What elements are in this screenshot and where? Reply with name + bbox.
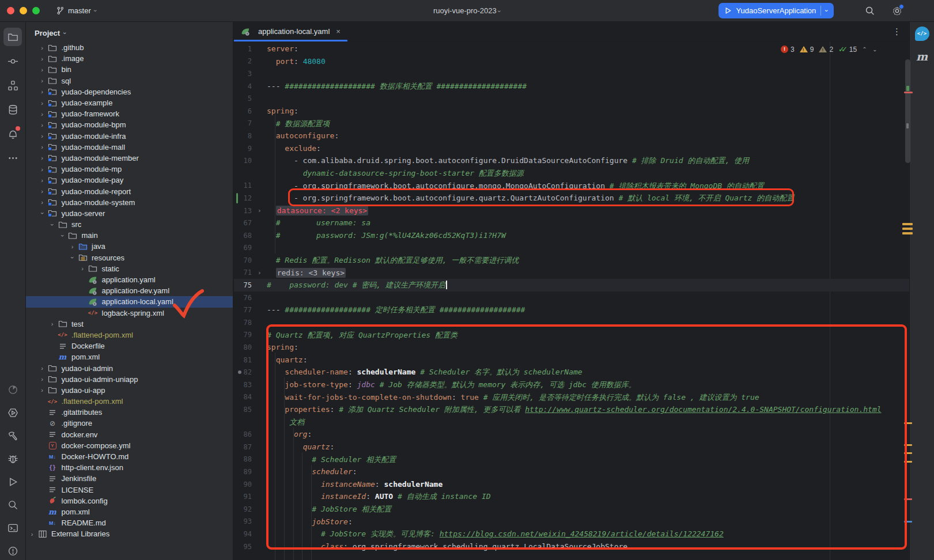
tree-item-yudao-module-infra[interactable]: ›yudao-module-infra — [26, 131, 233, 142]
code-line-91[interactable]: 91 instanceId: AUTO # 自动生成 instance ID — [234, 490, 909, 503]
code-line-71[interactable]: 71› redis: <3 keys> — [234, 267, 909, 279]
window-close-button[interactable] — [7, 7, 14, 14]
error-stripe-mark[interactable] — [904, 422, 912, 424]
chevron-collapsed-icon[interactable]: › — [47, 320, 57, 327]
code-line-75[interactable]: 75# password: dev # 密码, 建议生产环境开启 — [234, 279, 909, 292]
chevron-collapsed-icon[interactable]: › — [37, 143, 47, 150]
code-line-6[interactable]: 6spring: — [234, 105, 909, 118]
code-line-7[interactable]: 7 # 数据源配置项 — [234, 118, 909, 130]
code-line-70[interactable]: 70 # Redis 配置。Redisson 默认的配置足够使用, 一般不需要进… — [234, 254, 909, 267]
code-line-2[interactable]: 2 port: 48080 — [234, 55, 909, 68]
chevron-collapsed-icon[interactable]: › — [37, 55, 47, 62]
chevron-expanded-icon[interactable]: › — [49, 220, 56, 229]
tool-strip-button-services-icon[interactable] — [3, 403, 22, 422]
chevron-expanded-icon[interactable]: › — [39, 209, 46, 218]
error-stripe-mark[interactable] — [904, 461, 912, 463]
error-stripe-mark[interactable] — [904, 452, 912, 454]
tree-item-yudao-example[interactable]: ›yudao-example — [26, 97, 233, 108]
error-stripe-mark[interactable] — [906, 123, 909, 128]
chevron-collapsed-icon[interactable]: › — [37, 66, 47, 73]
code-line-67[interactable]: 67 # username: sa — [234, 217, 909, 229]
git-branch-widget[interactable]: master › — [56, 6, 96, 15]
code-line-13[interactable]: 13› datasource: <2 keys> — [234, 205, 909, 217]
search-everywhere-button[interactable] — [863, 4, 876, 18]
ai-assistant-icon[interactable]: </> — [915, 27, 929, 41]
error-stripe-mark[interactable] — [902, 228, 913, 230]
tool-strip-button-run-play-icon[interactable] — [3, 472, 22, 491]
tree-item-application-local-yaml[interactable]: application-local.yaml — [26, 296, 233, 307]
tool-strip-button-problems-icon[interactable] — [3, 542, 22, 560]
code-line-79[interactable]: 79# Quartz 配置项, 对应 QuartzProperties 配置类 — [234, 329, 909, 342]
chevron-collapsed-icon[interactable]: › — [37, 111, 47, 118]
tree-item-yudao-module-member[interactable]: ›yudao-module-member — [26, 153, 233, 164]
tree-item-http-client-env-json[interactable]: {}http-client.env.json — [26, 462, 233, 473]
tree-item-dockerfile[interactable]: Dockerfile — [26, 340, 233, 351]
tree-item-license[interactable]: LICENSE — [26, 485, 233, 495]
tree-item-logback-spring-xml[interactable]: </>logback-spring.xml — [26, 308, 233, 319]
tree-item--github[interactable]: ›.github — [26, 42, 233, 53]
window-zoom-button[interactable] — [32, 7, 40, 14]
chevron-expanded-icon[interactable]: › — [69, 253, 76, 263]
tree-item-yudao-ui-admin[interactable]: ›yudao-ui-admin — [26, 362, 233, 373]
tree-item-lombok-config[interactable]: lombok.config — [26, 495, 233, 506]
tree-item-yudao-ui-app[interactable]: ›yudao-ui-app — [26, 385, 233, 396]
fold-arrow-icon[interactable]: › — [258, 269, 267, 277]
tree-item-yudao-dependencies[interactable]: ›yudao-dependencies — [26, 86, 233, 97]
tree-item-yudao-module-report[interactable]: ›yudao-module-report — [26, 186, 233, 196]
run-configuration-button[interactable]: YudaoServerApplication › — [719, 3, 834, 18]
tree-item-pom-xml[interactable]: mpom.xml — [26, 351, 233, 362]
chevron-collapsed-icon[interactable]: › — [37, 44, 47, 51]
tree-item-src[interactable]: ›src — [26, 219, 233, 230]
code-line-8[interactable]: 8 autoconfigure: — [234, 130, 909, 142]
error-stripe-mark[interactable] — [902, 232, 913, 234]
code-line-11[interactable]: 11 - org.springframework.boot.autoconfig… — [234, 180, 909, 192]
code-line-9[interactable]: 9 exclude: — [234, 142, 909, 155]
tool-strip-button-find-search-icon[interactable] — [3, 495, 22, 514]
tree-item-readme-md[interactable]: M↓README.md — [26, 517, 233, 528]
chevron-collapsed-icon[interactable]: › — [37, 88, 47, 95]
code-line-89[interactable]: 89 scheduler: — [234, 466, 909, 478]
code-line-76[interactable]: 76 — [234, 292, 909, 304]
tree-item-yudao-module-mall[interactable]: ›yudao-module-mall — [26, 142, 233, 153]
code-line-92[interactable]: 92 # JobStore 相关配置 — [234, 503, 909, 516]
chevron-collapsed-icon[interactable]: › — [37, 365, 47, 372]
tree-item--flattened-pom-xml[interactable]: </>.flattened-pom.xml — [26, 330, 233, 340]
tree-item-pom-xml[interactable]: mpom.xml — [26, 506, 233, 517]
tree-item-yudao-module-system[interactable]: ›yudao-module-system — [26, 197, 233, 208]
chevron-collapsed-icon[interactable]: › — [37, 154, 47, 161]
tree-item-java[interactable]: ›java — [26, 241, 233, 252]
tree-item-docker-howto-md[interactable]: M↓Docker-HOWTO.md — [26, 451, 233, 462]
chevron-collapsed-icon[interactable]: › — [37, 376, 47, 383]
tree-item-external-libraries[interactable]: ›External Libraries — [26, 528, 233, 539]
chevron-collapsed-icon[interactable]: › — [37, 133, 47, 139]
code-line-5[interactable]: 5 — [234, 92, 909, 105]
tree-item-test[interactable]: ›test — [26, 319, 233, 330]
next-problem-chevron-icon[interactable]: ⌃ — [872, 46, 877, 52]
tool-strip-button-build-hammer-icon[interactable] — [3, 426, 22, 445]
code-line-94[interactable]: 94 # JobStore 实现类。可见博客: https://blog.csd… — [234, 528, 909, 540]
tree-item-yudao-ui-admin-uniapp[interactable]: ›yudao-ui-admin-uniapp — [26, 374, 233, 385]
chevron-collapsed-icon[interactable]: › — [37, 199, 47, 206]
tool-strip-button-database-icon[interactable] — [3, 100, 22, 119]
project-panel-header[interactable]: Project › — [26, 22, 233, 44]
tree-item-sql[interactable]: ›sql — [26, 75, 233, 86]
code-line-12[interactable]: 12 - org.springframework.boot.autoconfig… — [234, 192, 909, 205]
chevron-collapsed-icon[interactable]: › — [37, 166, 47, 173]
window-minimize-button[interactable] — [20, 7, 27, 14]
code-line-93[interactable]: 93 jobStore: — [234, 516, 909, 528]
code-line-83[interactable]: 83 job-store-type: jdbc # Job 存储器类型。默认为 … — [234, 379, 909, 391]
fold-arrow-icon[interactable]: › — [258, 207, 267, 214]
code-line-85[interactable]: 85 properties: # 添加 Quartz Scheduler 附加属… — [234, 403, 909, 416]
code-line-68[interactable]: 68 # password: JSm:g(*%lU4ZAkz06cd52KqT3… — [234, 229, 909, 242]
tree-item-yudao-server[interactable]: ›yudao-server — [26, 208, 233, 219]
tree-item-static[interactable]: ›static — [26, 263, 233, 274]
chevron-collapsed-icon[interactable]: › — [27, 531, 37, 538]
tree-item-yudao-module-mp[interactable]: ›yudao-module-mp — [26, 164, 233, 175]
chevron-collapsed-icon[interactable]: › — [67, 243, 77, 250]
code-line-69[interactable]: 69 — [234, 242, 909, 255]
tree-item-main[interactable]: ›main — [26, 230, 233, 241]
tree-item-docker-compose-yml[interactable]: Ydocker-compose.yml — [26, 440, 233, 451]
project-name[interactable]: ruoyi-vue-pro-2023 › — [433, 6, 501, 15]
code-line-wrap[interactable]: dynamic-datasource-spring-boot-starter 配… — [234, 167, 909, 180]
tree-item-yudao-module-pay[interactable]: ›yudao-module-pay — [26, 175, 233, 186]
